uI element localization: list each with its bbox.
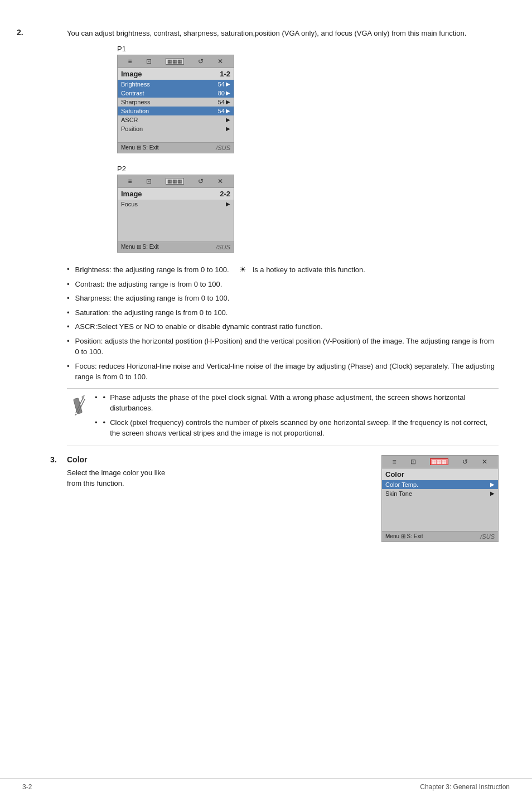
color-menu-title-label: Color — [385, 470, 404, 479]
color-menu-footer: Menu ⊞ S: Exit /SUS — [382, 531, 498, 542]
section-3-number: 3. — [50, 455, 57, 464]
menu-row-skintone: Skin Tone ▶ — [382, 489, 498, 498]
note-phase: • Phase adjusts the phase of the pixel c… — [95, 392, 499, 414]
bullet-list: Brightness: the adjusting range is from … — [67, 264, 499, 383]
icon-image: ⊡ — [410, 458, 416, 466]
row-label: Contrast — [121, 90, 144, 96]
footer-text: Menu ⊞ S: Exit — [385, 533, 423, 539]
menu-p2-title-label: Image — [121, 190, 142, 198]
menu-p1-title: Image 1-2 — [118, 68, 234, 80]
row-label: Position — [121, 125, 143, 132]
menu-p1-title-label: Image — [121, 70, 142, 78]
row-value: ▶ — [490, 490, 495, 497]
row-value: ▶ — [490, 481, 495, 488]
menu-p2-footer: Menu ⊞ S: Exit /SUS — [118, 241, 234, 252]
section-3-content: Color Select the image color you like fr… — [67, 455, 499, 553]
row-value: ▶ — [226, 117, 230, 123]
page-footer: 3-2 Chapter 3: General Instruction — [0, 778, 532, 791]
icon-close: ✕ — [217, 57, 223, 65]
row-value: 54 ▶ — [218, 81, 230, 88]
bullet-sharpness: Sharpness: the adjusting range is from 0… — [67, 293, 499, 304]
icon-input: ↺ — [198, 177, 204, 185]
monitor-menu-color: ≡ ⊡ ▦▦▦ ↺ ✕ Color Color Temp. ▶ — [381, 455, 499, 542]
row-label: Focus — [121, 201, 138, 207]
row-label: Brightness — [121, 81, 150, 88]
icon-image: ⊡ — [146, 177, 152, 185]
p1-label: P1 — [117, 45, 499, 53]
section-3-text: Color Select the image color you like fr… — [67, 455, 370, 489]
icon-menu: ≡ — [128, 57, 132, 65]
row-label: Skin Tone — [385, 490, 412, 497]
menu-p1-icons: ≡ ⊡ ▦▦▦ ↺ ✕ — [118, 55, 234, 68]
menu-p2-page: 2-2 — [220, 190, 230, 198]
page: 2. You can adjust brightness, contrast, … — [0, 0, 532, 802]
row-value: 80 ▶ — [218, 90, 230, 96]
row-label: Sharpness — [121, 99, 151, 105]
asus-logo: /SUS — [216, 244, 230, 250]
icon-image: ⊡ — [146, 57, 152, 65]
icon-input: ↺ — [198, 57, 204, 65]
section-2: 2. You can adjust brightness, contrast, … — [33, 28, 499, 446]
asus-logo: /SUS — [480, 533, 495, 540]
p2-label: P2 — [117, 165, 499, 173]
note-icon — [67, 392, 95, 417]
pencil-icon — [71, 394, 91, 417]
note-content: • Phase adjusts the phase of the pixel c… — [95, 392, 499, 442]
icon-menu: ≡ — [128, 177, 132, 185]
row-label: Color Temp. — [385, 481, 418, 488]
menu-p2-title: Image 2-2 — [118, 188, 234, 200]
bullet-contrast: Contrast: the adjusting range is from 0 … — [67, 279, 499, 290]
section-3-title: Color — [67, 455, 370, 464]
menu-row-contrast: Contrast 80 ▶ — [118, 89, 234, 98]
row-value: 54 ▶ — [218, 99, 230, 105]
note-section: • Phase adjusts the phase of the pixel c… — [67, 388, 499, 446]
section-3-inner: Color Select the image color you like fr… — [67, 455, 499, 553]
icon-color: ▦▦▦ — [166, 178, 184, 185]
menu-row-brightness: Brightness 54 ▶ — [118, 80, 234, 89]
menu-p2-icons: ≡ ⊡ ▦▦▦ ↺ ✕ — [118, 175, 234, 188]
footer-text: Menu ⊞ S: Exit — [121, 244, 158, 250]
bullet-ascr: ASCR:Select YES or NO to enable or disab… — [67, 321, 499, 332]
row-label: Saturation — [121, 108, 149, 114]
bullet-brightness: Brightness: the adjusting range is from … — [67, 264, 499, 276]
monitor-menu-p1: ≡ ⊡ ▦▦▦ ↺ ✕ Image 1-2 Brightness 54 ▶ Co… — [117, 55, 234, 153]
section-2-content: You can adjust brightness, contrast, sha… — [67, 28, 499, 446]
bullet-position: Position: adjusts the horizontal postiti… — [67, 336, 499, 357]
row-label: ASCR — [121, 117, 138, 123]
bullet-focus: Focus: reduces Horizonal-line noise and … — [67, 361, 499, 383]
footer-page-number: 3-2 — [22, 783, 32, 791]
footer-text: Menu ⊞ S: Exit — [121, 144, 158, 151]
icon-color: ▦▦▦ — [166, 58, 184, 65]
row-value: ▶ — [226, 201, 230, 207]
menu-row-position: Position ▶ — [118, 124, 234, 133]
asus-logo: /SUS — [216, 144, 230, 151]
menu-p1-page: 1-2 — [220, 70, 230, 78]
menu-p1-footer: Menu ⊞ S: Exit /SUS — [118, 142, 234, 153]
color-menu-icons: ≡ ⊡ ▦▦▦ ↺ ✕ — [382, 456, 498, 468]
section-2-number: 2. — [17, 28, 23, 37]
section-3-desc-line2: from this function. — [67, 478, 370, 489]
note-clock: • Clock (pixel frequency) controls the n… — [95, 417, 499, 439]
icon-color-active: ▦▦▦ — [430, 458, 448, 465]
icon-menu: ≡ — [393, 458, 396, 466]
section-3-desc-line1: Select the image color you like — [67, 467, 370, 479]
footer-chapter: Chapter 3: General Instruction — [420, 783, 510, 791]
menu-row-sharpness: Sharpness 54 ▶ — [118, 98, 234, 107]
menu-row-colortemp: Color Temp. ▶ — [382, 480, 498, 489]
monitor-menu-p2: ≡ ⊡ ▦▦▦ ↺ ✕ Image 2-2 Focus ▶ Menu ⊞ S: … — [117, 175, 234, 253]
bullet-saturation: Saturation: the adjusting range is from … — [67, 307, 499, 318]
icon-close: ✕ — [482, 458, 487, 466]
svg-rect-0 — [74, 398, 83, 414]
section-3: 3. Color Select the image color you like… — [33, 455, 499, 553]
icon-input: ↺ — [462, 458, 468, 466]
menu-row-focus: Focus ▶ — [118, 200, 234, 209]
menu-row-saturation: Saturation 54 ▶ — [118, 107, 234, 115]
row-value: ▶ — [226, 125, 230, 132]
row-value: 54 ▶ — [218, 108, 230, 114]
section-2-intro: You can adjust brightness, contrast, sha… — [67, 28, 499, 39]
menu-row-ascr: ASCR ▶ — [118, 115, 234, 124]
icon-close: ✕ — [217, 177, 223, 185]
color-menu-title: Color — [382, 468, 498, 480]
